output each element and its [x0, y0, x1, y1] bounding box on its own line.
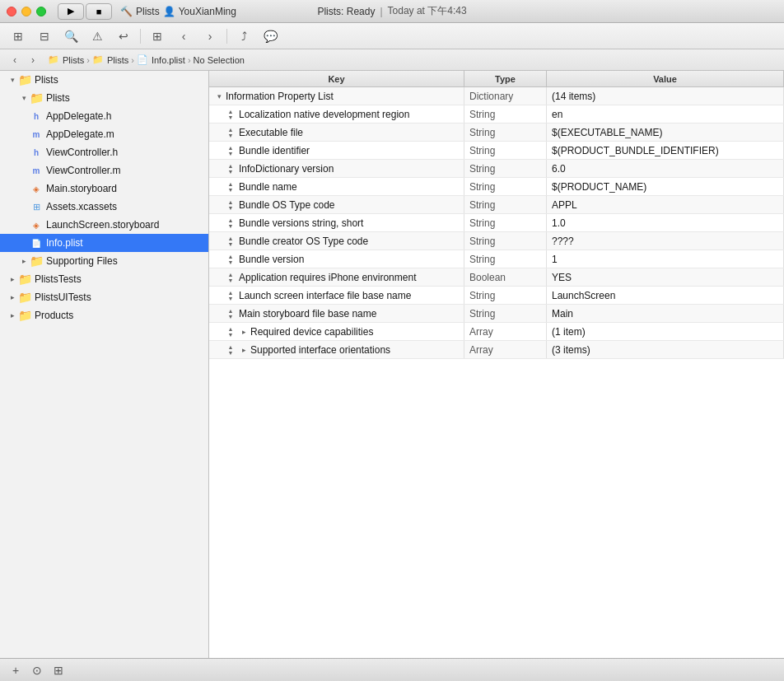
sidebar-item-appdelegate-h[interactable]: h AppDelegate.h: [0, 107, 208, 125]
sidebar-item-supporting-files[interactable]: 📁 Supporting Files: [0, 252, 208, 270]
breadcrumb-nav[interactable]: ‹ ›: [7, 52, 41, 68]
titlebar-controls[interactable]: ▶ ■: [58, 3, 112, 20]
table-row[interactable]: ▲▼ Localization native development regio…: [209, 105, 784, 124]
disclosure-plists[interactable]: [7, 74, 18, 86]
nav-back-button[interactable]: ‹: [172, 26, 195, 46]
stepper-icon[interactable]: ▲▼: [226, 253, 236, 266]
table-row[interactable]: ▲▼ InfoDictionary version String 6.0: [209, 160, 784, 178]
disclosure-supporting[interactable]: [18, 255, 30, 267]
plist-type-cell: String: [464, 287, 547, 304]
add-item-button[interactable]: +: [7, 663, 25, 678]
table-row[interactable]: ▲▼ Supported interface orientations Arra…: [209, 341, 784, 359]
filter-button[interactable]: ⊟: [33, 26, 56, 46]
grid-button[interactable]: ⊞: [146, 26, 169, 46]
table-row[interactable]: ▲▼ Main storyboard file base name String…: [209, 305, 784, 323]
commit-button[interactable]: ⤴: [232, 26, 255, 46]
table-row[interactable]: ▲▼ Executable file String $(EXECUTABLE_N…: [209, 124, 784, 142]
sidebar-item-main-storyboard[interactable]: ◈ Main.storyboard: [0, 180, 208, 198]
table-row[interactable]: ▲▼ Required device capabilities Array (1…: [209, 323, 784, 341]
undo-button[interactable]: ↩: [112, 26, 135, 46]
table-row[interactable]: ▲▼ Bundle version String 1: [209, 250, 784, 268]
traffic-lights[interactable]: [7, 7, 46, 16]
search-button[interactable]: 🔍: [59, 26, 82, 46]
stepper-icon[interactable]: ▲▼: [226, 126, 236, 139]
breadcrumb-info-plist[interactable]: Info.plist: [152, 55, 185, 65]
sidebar-item-appdelegate-m[interactable]: m AppDelegate.m: [0, 125, 208, 143]
sidebar-item-plists-root[interactable]: 📁 Plists: [0, 71, 208, 89]
plist-type-text: Array: [469, 344, 493, 356]
plist-value-cell: 1: [547, 250, 784, 268]
sidebar-item-viewcontroller-h[interactable]: h ViewController.h: [0, 143, 208, 161]
minimize-button[interactable]: [21, 7, 31, 16]
sidebar-item-launchscreen[interactable]: ◈ LaunchScreen.storyboard: [0, 216, 208, 234]
plist-key-text: Bundle version: [239, 254, 304, 265]
h-file-icon-1: h: [30, 110, 43, 123]
stepper-icon[interactable]: ▲▼: [226, 108, 236, 121]
disclosure-products[interactable]: [7, 310, 18, 321]
table-row[interactable]: ▲▼ Application requires iPhone environme…: [209, 268, 784, 287]
expand-triangle-required[interactable]: [239, 327, 249, 337]
sidebar-item-assets[interactable]: ⊞ Assets.xcassets: [0, 198, 208, 216]
table-row[interactable]: Information Property List Dictionary (14…: [209, 87, 784, 105]
recent-files-button[interactable]: ⊙: [28, 663, 46, 678]
plist-value-cell: APPL: [547, 196, 784, 213]
disclosure-pliststests[interactable]: [7, 273, 18, 285]
plist-value-cell: YES: [547, 268, 784, 286]
stepper-icon[interactable]: ▲▼: [226, 198, 236, 212]
col-header-key: Key: [209, 71, 464, 86]
breadcrumb-plists-2[interactable]: Plists: [107, 55, 128, 65]
table-row[interactable]: ▲▼ Bundle versions string, short String …: [209, 214, 784, 232]
table-row[interactable]: ▲▼ Bundle name String $(PRODUCT_NAME): [209, 178, 784, 196]
plist-type-text: String: [469, 290, 495, 301]
stepper-icon[interactable]: ▲▼: [226, 144, 236, 157]
stepper-icon[interactable]: ▲▼: [226, 162, 236, 175]
plist-type-cell: Array: [464, 323, 547, 340]
disclosure-plistsuitests[interactable]: [7, 292, 18, 303]
sidebar-item-info-plist[interactable]: 📄 Info.plist: [0, 234, 208, 252]
stepper-icon[interactable]: ▲▼: [226, 325, 236, 338]
expand-triangle-supported[interactable]: [239, 345, 249, 355]
stepper-icon[interactable]: ▲▼: [226, 235, 236, 248]
plist-value-cell: Main: [547, 305, 784, 322]
disclosure-plists-inner[interactable]: [18, 92, 30, 104]
table-row[interactable]: ▲▼ Bundle identifier String $(PRODUCT_BU…: [209, 142, 784, 160]
run-button[interactable]: ▶: [58, 3, 84, 20]
hide-sidebar-button[interactable]: ⊞: [7, 26, 30, 46]
nav-forward-button[interactable]: ›: [198, 26, 222, 46]
sidebar-item-plistsuitests[interactable]: 📁 PlistsUITests: [0, 288, 208, 306]
table-row[interactable]: ▲▼ Bundle OS Type code String APPL: [209, 196, 784, 214]
toolbar: ⊞ ⊟ 🔍 ⚠ ↩ ⊞ ‹ › ⤴ 💬: [0, 23, 784, 49]
breadcrumb-plists-1[interactable]: Plists: [63, 55, 84, 65]
stepper-icon[interactable]: ▲▼: [226, 289, 236, 302]
folder-icon-pliststests: 📁: [18, 273, 31, 286]
stop-button[interactable]: ■: [86, 3, 112, 20]
stepper-icon[interactable]: ▲▼: [226, 217, 236, 230]
close-button[interactable]: [7, 7, 16, 16]
plist-type-cell: String: [464, 178, 547, 195]
plist-value-text: Main: [552, 308, 573, 320]
plist-value-text: 1: [552, 254, 558, 265]
sidebar-item-viewcontroller-m[interactable]: m ViewController.m: [0, 161, 208, 180]
sidebar-item-plists-inner[interactable]: 📁 Plists: [0, 89, 208, 107]
sidebar-item-pliststests[interactable]: 📁 PlistsTests: [0, 270, 208, 288]
expand-triangle[interactable]: [214, 91, 224, 101]
table-row[interactable]: ▲▼ Bundle creator OS Type code String ??…: [209, 232, 784, 250]
stepper-icon[interactable]: ▲▼: [226, 180, 236, 194]
table-row[interactable]: ▲▼ Launch screen interface file base nam…: [209, 287, 784, 305]
stepper-icon[interactable]: ▲▼: [226, 271, 236, 284]
plist-key-text: InfoDictionary version: [239, 163, 334, 175]
plist-key-cell: ▲▼ Required device capabilities: [209, 323, 464, 340]
breadcrumb-back-button[interactable]: ‹: [7, 52, 23, 68]
maximize-button[interactable]: [36, 7, 46, 16]
stepper-icon[interactable]: ▲▼: [226, 343, 236, 357]
warning-button[interactable]: ⚠: [86, 26, 109, 46]
comment-button[interactable]: 💬: [259, 26, 282, 46]
plist-key-text: Bundle versions string, short: [239, 217, 363, 229]
breadcrumb-forward-button[interactable]: ›: [25, 52, 41, 68]
plist-key-text: Required device capabilities: [250, 326, 373, 338]
filter-list-button[interactable]: ⊞: [49, 663, 68, 678]
plist-key-cell: ▲▼ Bundle OS Type code: [209, 196, 464, 213]
plist-type-text: String: [469, 163, 495, 175]
sidebar-item-products[interactable]: 📁 Products: [0, 306, 208, 324]
stepper-icon[interactable]: ▲▼: [226, 307, 236, 320]
